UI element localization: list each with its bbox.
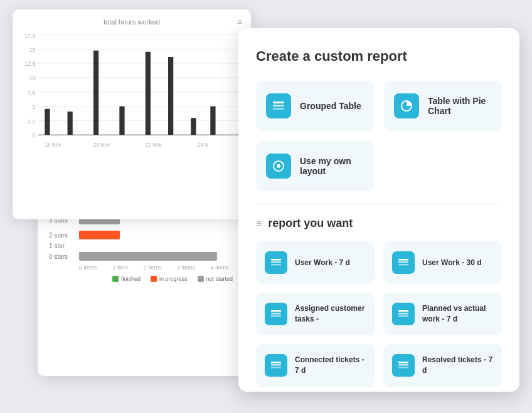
legend-label-inprogress: in progress bbox=[159, 276, 188, 282]
own-layout-label: Use my own layout bbox=[300, 156, 364, 176]
svg-text:2.5: 2.5 bbox=[28, 118, 36, 125]
svg-rect-39 bbox=[398, 264, 408, 266]
svg-rect-20 bbox=[146, 52, 151, 135]
svg-rect-18 bbox=[93, 51, 98, 135]
preset-user-work-30d[interactable]: User Work - 30 d bbox=[383, 241, 502, 284]
svg-rect-49 bbox=[398, 362, 408, 363]
svg-point-33 bbox=[277, 164, 280, 168]
legend-label-notstarted: not started bbox=[206, 276, 233, 282]
hours-chart-card: total hours worked ≡ 17.5 15 12.5 10 7.5… bbox=[13, 9, 251, 219]
legend-dot-finished bbox=[112, 276, 119, 282]
svg-rect-47 bbox=[271, 364, 281, 366]
svg-rect-19 bbox=[119, 107, 124, 135]
svg-text:17.5: 17.5 bbox=[24, 33, 36, 39]
svg-rect-45 bbox=[398, 315, 408, 317]
preset-label-3: Planned vs actual work - 7 d bbox=[422, 303, 493, 325]
svg-rect-30 bbox=[273, 108, 284, 110]
bar-label-2stars: 2 stars bbox=[49, 232, 68, 239]
xaxis-3: 3 items bbox=[177, 264, 195, 271]
legend-notstarted: not started bbox=[198, 276, 233, 282]
own-layout-icon bbox=[266, 154, 291, 179]
bar-label-1star: 1 star bbox=[49, 243, 65, 249]
svg-rect-38 bbox=[398, 261, 408, 263]
svg-rect-40 bbox=[271, 310, 281, 312]
svg-rect-34 bbox=[271, 259, 281, 261]
svg-rect-46 bbox=[271, 362, 281, 363]
legend-dot-inprogress bbox=[151, 276, 157, 282]
svg-text:7.5: 7.5 bbox=[28, 90, 36, 96]
bar-group-0stars bbox=[79, 252, 217, 261]
option-grouped-table[interactable]: Grouped Table bbox=[256, 81, 374, 131]
hours-hamburger-icon[interactable]: ≡ bbox=[237, 17, 242, 27]
presets-grid: User Work - 7 d User Work - 30 d Assig bbox=[256, 241, 502, 387]
bar-label-0stars: 0 stars bbox=[49, 253, 68, 260]
legend-inprogress: in progress bbox=[151, 276, 188, 282]
svg-text:5: 5 bbox=[33, 104, 36, 110]
svg-rect-41 bbox=[271, 313, 281, 315]
hours-chart-svg: 17.5 15 12.5 10 7.5 5 2.5 0 bbox=[21, 28, 242, 197]
option-own-layout[interactable]: Use my own layout bbox=[256, 141, 374, 191]
preset-resolved-tickets[interactable]: Resolved tickets - 7 d bbox=[383, 344, 502, 387]
table-pie-icon bbox=[394, 93, 419, 118]
preset-icon-2 bbox=[265, 303, 287, 325]
xaxis-4: 4 items bbox=[211, 264, 229, 271]
table-pie-label: Table with Pie Chart bbox=[428, 96, 492, 116]
preset-label-2: Assigned customer tasks - bbox=[295, 303, 366, 325]
svg-rect-22 bbox=[191, 118, 196, 135]
section2-title: report you want bbox=[268, 217, 353, 230]
svg-rect-23 bbox=[210, 107, 215, 135]
legend-finished: finished bbox=[112, 276, 141, 282]
svg-text:15: 15 bbox=[29, 47, 35, 53]
svg-text:12.5: 12.5 bbox=[24, 61, 36, 67]
svg-text:18 Nov: 18 Nov bbox=[45, 142, 61, 148]
preset-label-5: Resolved tickets - 7 d bbox=[422, 355, 493, 376]
svg-rect-48 bbox=[271, 367, 281, 369]
svg-text:0: 0 bbox=[33, 132, 36, 139]
svg-rect-42 bbox=[271, 315, 281, 317]
svg-rect-21 bbox=[168, 57, 173, 135]
preset-label-4: Connected tickets - 7 d bbox=[295, 355, 366, 376]
create-report-card: Create a custom report Grouped Table Tab bbox=[238, 28, 519, 392]
grouped-table-label: Grouped Table bbox=[300, 101, 361, 111]
report-section2-header: ≡ report you want bbox=[256, 217, 502, 230]
svg-rect-17 bbox=[68, 112, 73, 135]
report-divider bbox=[256, 204, 502, 204]
legend-label-finished: finished bbox=[121, 276, 141, 282]
option-table-pie[interactable]: Table with Pie Chart bbox=[384, 81, 502, 131]
preset-label-1: User Work - 30 d bbox=[422, 258, 481, 268]
xaxis-0: 0 items bbox=[79, 264, 97, 271]
svg-rect-50 bbox=[398, 364, 408, 366]
svg-text:24 N: 24 N bbox=[198, 142, 208, 148]
svg-rect-35 bbox=[271, 261, 281, 263]
svg-rect-44 bbox=[398, 313, 408, 315]
report-section-title: Create a custom report bbox=[256, 48, 502, 65]
preset-icon-5 bbox=[392, 354, 415, 377]
preset-icon-4 bbox=[265, 354, 287, 377]
svg-rect-36 bbox=[271, 264, 281, 266]
legend-dot-notstarted bbox=[198, 276, 204, 282]
bar-group-2stars bbox=[79, 231, 120, 239]
xaxis-2: 2 items bbox=[144, 264, 162, 271]
preset-assigned-customer[interactable]: Assigned customer tasks - bbox=[256, 293, 375, 335]
bar-segment-notstarted3 bbox=[79, 252, 217, 261]
svg-text:10: 10 bbox=[29, 75, 35, 81]
svg-rect-16 bbox=[45, 109, 50, 135]
svg-text:22 Nov: 22 Nov bbox=[146, 142, 162, 148]
preset-icon-3 bbox=[392, 303, 415, 325]
svg-text:20 Nov: 20 Nov bbox=[93, 142, 110, 148]
svg-rect-29 bbox=[273, 105, 284, 107]
xaxis-1: 1 item bbox=[113, 264, 129, 271]
preset-user-work-7d[interactable]: User Work - 7 d bbox=[256, 241, 375, 284]
bar-segment-inprogress2 bbox=[79, 231, 120, 239]
preset-label-0: User Work - 7 d bbox=[295, 258, 350, 268]
preset-connected-tickets[interactable]: Connected tickets - 7 d bbox=[256, 344, 375, 387]
svg-rect-37 bbox=[398, 259, 408, 261]
preset-icon-0 bbox=[265, 251, 287, 274]
hours-chart-title: total hours worked bbox=[21, 18, 242, 26]
section2-hamburger-icon[interactable]: ≡ bbox=[256, 218, 262, 229]
svg-rect-51 bbox=[398, 367, 408, 369]
preset-planned-vs-actual[interactable]: Planned vs actual work - 7 d bbox=[383, 293, 502, 335]
grouped-table-icon bbox=[266, 93, 291, 118]
preset-icon-1 bbox=[392, 251, 415, 274]
svg-rect-28 bbox=[273, 102, 284, 103]
